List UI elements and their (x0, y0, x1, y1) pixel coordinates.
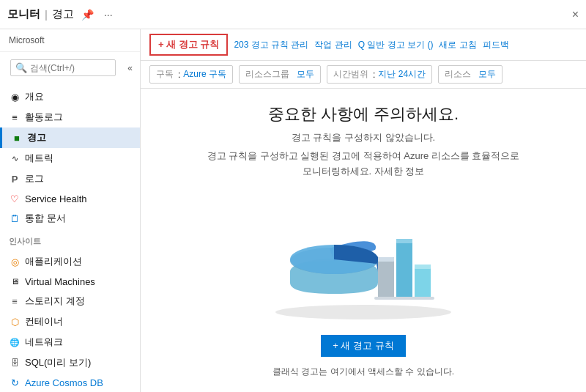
app-title: 모니터 (7, 7, 40, 21)
sidebar-item-containers[interactable]: ⬡ 컨테이너 (0, 311, 140, 332)
sidebar: Microsoft 🔍 « ◉ 개요 ≡ 활동로그 ■ 경고 ∿ (0, 29, 141, 392)
sidebar-item-storage[interactable]: ≡ 스토리지 계정 (0, 291, 140, 311)
activity-log-icon: ≡ (9, 111, 21, 123)
filter-bar: 구독 : Azure 구독 리소스그룹 모두 시간범위 : 지난 24시간 리소… (141, 61, 586, 89)
view-classic-link[interactable]: Q 일반 경고 보기 () (358, 39, 434, 51)
service-health-icon: ♡ (9, 193, 21, 204)
workbooks-icon: 🗒 (9, 212, 21, 224)
sidebar-item-label: Service Health (25, 193, 87, 204)
new-alert-rule-center-button[interactable]: + 새 경고 규칙 (321, 335, 405, 357)
feedback-link[interactable]: 피드백 (483, 39, 509, 51)
refresh-link[interactable]: 새로 고침 (439, 39, 476, 51)
metrics-icon: ∿ (9, 152, 21, 164)
new-alert-rule-button[interactable]: + 새 경고 규칙 (149, 34, 228, 56)
main-layout: Microsoft 🔍 « ◉ 개요 ≡ 활동로그 ■ 경고 ∿ (0, 29, 586, 392)
sidebar-item-label: 활동로그 (25, 111, 63, 124)
resource-group-filter[interactable]: 리소스그룹 모두 (239, 65, 321, 84)
alerts-icon: ■ (11, 132, 23, 144)
logs-icon: P (9, 173, 21, 185)
resource-value: 모두 (478, 68, 496, 81)
sidebar-main-section: ◉ 개요 ≡ 활동로그 ■ 경고 ∿ 메트릭 P 로그 ♡ Service He… (0, 84, 140, 232)
sidebar-item-activity-log[interactable]: ≡ 활동로그 (0, 107, 140, 127)
manage-rules-link[interactable]: 203 경고 규칙 관리 (234, 39, 308, 51)
sidebar-item-label: 네트워크 (25, 336, 63, 349)
search-input[interactable] (30, 63, 111, 73)
overview-icon: ◉ (9, 91, 21, 103)
sidebar-item-metrics[interactable]: ∿ 메트릭 (0, 148, 140, 169)
resource-group-value: 모두 (297, 68, 314, 81)
title-separator: | (45, 8, 48, 21)
svg-rect-10 (374, 297, 434, 300)
sidebar-item-label: Virtual Machines (25, 276, 95, 287)
sidebar-item-networks[interactable]: 🌐 네트워크 (0, 332, 140, 352)
svg-rect-6 (378, 257, 394, 297)
toolbar: + 새 경고 규칙 203 경고 규칙 관리 작업 관리 Q 일반 경고 보기 … (141, 29, 586, 61)
sidebar-item-label: 개요 (25, 90, 44, 103)
svg-rect-8 (415, 265, 431, 297)
close-button[interactable]: × (572, 8, 579, 21)
insight-section-label: 인사이트 (0, 232, 140, 248)
search-icon: 🔍 (15, 62, 27, 73)
pin-icon[interactable]: 📌 (78, 7, 97, 22)
sidebar-item-label: 메트릭 (25, 152, 53, 165)
sidebar-item-label: SQL(미리 보기) (25, 356, 91, 369)
sidebar-insight-section: ◎ 애플리케이션 🖥 Virtual Machines ≡ 스토리지 계정 ⬡ … (0, 248, 140, 392)
content-area: + 새 경고 규칙 203 경고 규칙 관리 작업 관리 Q 일반 경고 보기 … (141, 29, 586, 392)
network-icon: 🌐 (9, 336, 21, 348)
illustration (261, 191, 466, 323)
top-bar: 모니터 | 경고 📌 ··· × (0, 0, 586, 29)
vm-icon: 🖥 (9, 275, 21, 287)
svg-rect-9 (415, 265, 431, 269)
filter-sep: : (178, 70, 180, 80)
svg-rect-4 (396, 239, 412, 297)
subscription-filter-value: Azure 구독 (183, 68, 226, 81)
attention-title: 중요한 사항에 주의하세요. (268, 103, 459, 125)
cosmos-icon: ↻ (9, 377, 21, 388)
svg-point-0 (275, 305, 451, 319)
sql-icon: 🗄 (9, 357, 21, 369)
collapse-button[interactable]: « (125, 62, 136, 75)
more-icon[interactable]: ··· (101, 7, 116, 22)
sidebar-item-label: 애플리케이션 (25, 255, 82, 268)
sidebar-item-service-health[interactable]: ♡ Service Health (0, 189, 140, 208)
resource-group-label: 리소스그룹 (245, 68, 289, 81)
sidebar-item-label: 스토리지 계정 (25, 295, 85, 308)
filter-sep: : (373, 70, 375, 80)
time-range-value: 지난 24시간 (378, 68, 426, 81)
sidebar-item-application[interactable]: ◎ 애플리케이션 (0, 251, 140, 272)
sidebar-item-logs[interactable]: P 로그 (0, 169, 140, 189)
sidebar-item-overview[interactable]: ◉ 개요 (0, 86, 140, 107)
manage-jobs-link[interactable]: 작업 관리 (314, 39, 352, 51)
sidebar-item-alerts[interactable]: ■ 경고 (0, 127, 140, 148)
time-range-label: 시간범위 (333, 68, 368, 81)
svg-rect-7 (378, 257, 394, 262)
attention-description: 경고 규칙을 구성하고 실행된 경고에 적용하여 Azure 리소스를 효율적으… (202, 149, 524, 180)
storage-icon: ≡ (9, 295, 21, 307)
subscription-filter[interactable]: 구독 : Azure 구독 (149, 65, 233, 84)
sidebar-item-label: 로그 (25, 172, 44, 185)
sidebar-item-cosmos-db[interactable]: ↻ Azure Cosmos DB (0, 373, 140, 392)
subscription-filter-label: 구독 (156, 68, 174, 81)
sidebar-item-label: 컨테이너 (25, 315, 63, 328)
resource-label: 리소스 (445, 68, 471, 81)
sidebar-item-workbooks[interactable]: 🗒 통합 문서 (0, 208, 140, 229)
application-icon: ◎ (9, 256, 21, 267)
sidebar-item-sql[interactable]: 🗄 SQL(미리 보기) (0, 352, 140, 373)
resource-filter[interactable]: 리소스 모두 (438, 65, 502, 84)
sidebar-item-label: Azure Cosmos DB (25, 377, 103, 388)
brand-label: Microsoft (0, 29, 140, 52)
sidebar-item-label: 통합 문서 (25, 212, 66, 225)
svg-rect-5 (396, 239, 412, 243)
containers-icon: ⬡ (9, 316, 21, 328)
classic-alerts-text: 클래식 경고는 여기에서 액세스할 수 있습니다. (272, 366, 454, 378)
sidebar-item-label: 경고 (27, 131, 46, 144)
attention-subtitle: 경고 규칙을 구성하지 않았습니다. (292, 131, 435, 144)
empty-state-content: 중요한 사항에 주의하세요. 경고 규칙을 구성하지 않았습니다. 경고 규칙을… (141, 89, 586, 392)
search-box[interactable]: 🔍 (10, 59, 116, 76)
page-title: 경고 (52, 7, 74, 21)
time-range-filter[interactable]: 시간범위 : 지난 24시간 (327, 65, 432, 84)
sidebar-item-virtual-machines[interactable]: 🖥 Virtual Machines (0, 272, 140, 291)
